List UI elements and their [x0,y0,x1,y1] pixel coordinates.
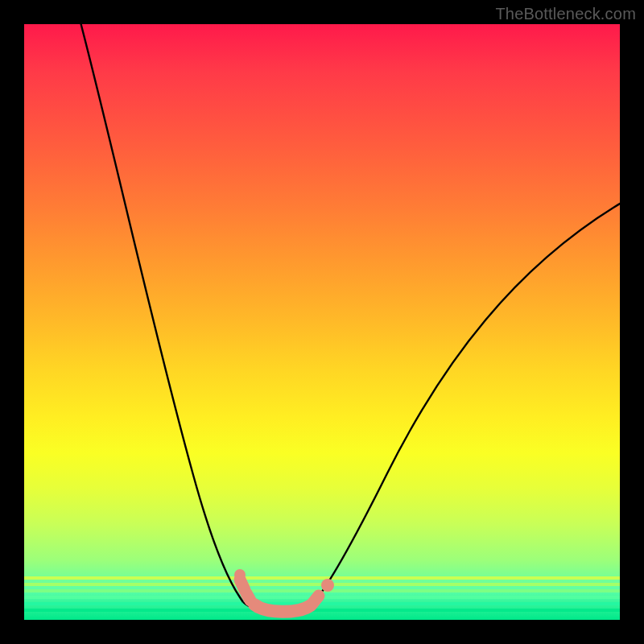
data-worm-trough [254,605,311,612]
watermark-text: TheBottleneck.com [495,5,636,23]
curve-right-branch [314,201,620,602]
data-segment [312,596,319,604]
data-segment [246,593,250,601]
curve-left-branch [79,24,243,602]
chart-plot-area [24,24,620,620]
data-point [321,579,334,592]
chart-svg [24,24,620,620]
data-point [234,569,246,580]
